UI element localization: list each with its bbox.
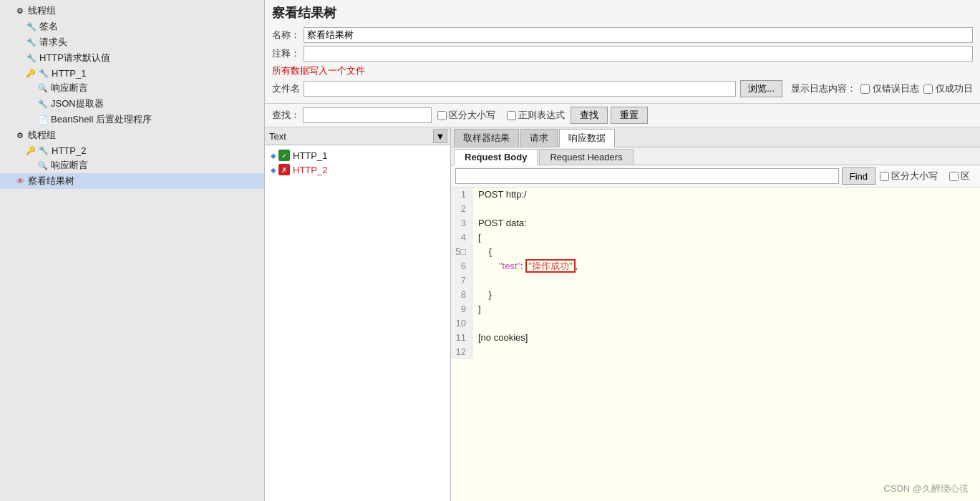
- magnify-icon: 🔍: [37, 82, 49, 94]
- code-line-1: 1 POST http:/: [451, 188, 980, 202]
- find-button[interactable]: 查找: [571, 107, 608, 124]
- error-log-checkbox[interactable]: [860, 84, 870, 94]
- regex-row: 正则表达式: [507, 109, 565, 122]
- find-extra-label: 区: [961, 170, 970, 183]
- wrench-icon: 🔧: [37, 98, 49, 110]
- line-content-9: ]: [472, 302, 481, 316]
- sidebar-item-view-results[interactable]: 👁 察看结果树: [0, 173, 264, 189]
- line-content-6: "test": "操作成功",: [472, 259, 578, 273]
- regex-checkbox[interactable]: [507, 111, 516, 120]
- case-sensitive-label: 区分大小写: [449, 109, 495, 122]
- line-num-8: 8: [451, 288, 472, 302]
- success-shield-icon: ✓: [278, 150, 290, 161]
- code-line-8: 8 }: [451, 288, 980, 302]
- error-log-checkbox-row: 仅错误日志: [860, 82, 919, 95]
- connector-icon: ◆: [271, 152, 276, 160]
- sidebar-item-assertion2[interactable]: 🔍 响应断言: [0, 157, 264, 173]
- find-input[interactable]: [455, 168, 839, 184]
- find-extra-checkbox[interactable]: [949, 172, 959, 181]
- tab-sampler-result[interactable]: 取样器结果: [454, 129, 519, 147]
- line-content-11: [no cookies]: [472, 331, 528, 345]
- search-bar: 查找： 区分大小写 正则表达式 查找 重置: [265, 104, 980, 127]
- code-line-11: 11 [no cookies]: [451, 331, 980, 345]
- magnify-icon: 🔍: [37, 160, 49, 171]
- section-title: 所有数据写入一个文件: [272, 64, 973, 77]
- case-sensitive-checkbox[interactable]: [437, 111, 447, 120]
- tab-response[interactable]: 响应数据: [559, 129, 615, 147]
- success-log-checkbox[interactable]: [923, 84, 933, 94]
- comment-input[interactable]: [304, 46, 973, 62]
- line-num-1: 1: [451, 188, 472, 202]
- watermark: CSDN @久醉绕心弦: [883, 482, 969, 495]
- line-num-5: 5□: [451, 245, 472, 259]
- split-pane: Text ▼ ◆ ✓ HTTP_1 ◆ ✗ HTTP_2 取样器结果 请求: [265, 127, 980, 501]
- find-button-detail[interactable]: Find: [842, 167, 875, 185]
- case-sensitive-row: 区分大小写: [437, 109, 495, 122]
- wrench-icon: 🔧: [38, 67, 49, 79]
- sidebar-item-request-header[interactable]: 🔧 请求头: [0, 34, 264, 50]
- line-num-7: 7: [451, 273, 472, 288]
- wrench-icon: 🔧: [26, 52, 37, 64]
- tree-header: Text ▼: [265, 127, 450, 145]
- sidebar-item-http-default[interactable]: 🔧 HTTP请求默认值: [0, 50, 264, 66]
- http1-result-item[interactable]: ◆ ✓ HTTP_1: [268, 148, 447, 162]
- top-area: 察看结果树 名称： 注释： 所有数据写入一个文件 文件名 浏览... 显示日志内…: [265, 0, 980, 104]
- line-content-3: POST data:: [472, 216, 527, 230]
- sub-tab-request-headers[interactable]: Request Headers: [539, 149, 633, 165]
- browse-button[interactable]: 浏览...: [740, 80, 782, 97]
- success-log-label: 仅成功日: [936, 82, 973, 95]
- sidebar-item-http2[interactable]: 🔑 🔧 HTTP_2: [0, 143, 264, 157]
- line-content-5: {: [472, 245, 492, 259]
- sub-tab-request-body[interactable]: Request Body: [454, 149, 538, 165]
- sidebar-item-signature[interactable]: 🔧 签名: [0, 19, 264, 34]
- sidebar-item-beanshell[interactable]: 📄 BeanShell 后置处理程序: [0, 112, 264, 127]
- connector-icon-2: ◆: [271, 166, 276, 174]
- sidebar: ⚙ 线程组 🔧 签名 🔧 请求头 🔧 HTTP请求默认值 🔑 🔧 HTTP_1 …: [0, 0, 265, 501]
- code-line-12: 12: [451, 345, 980, 359]
- name-label: 名称：: [272, 29, 301, 42]
- tree-content: ◆ ✓ HTTP_1 ◆ ✗ HTTP_2: [265, 145, 450, 501]
- line-num-11: 11: [451, 331, 472, 345]
- file-row: 文件名 浏览... 显示日志内容： 仅错误日志 仅成功日: [272, 80, 973, 97]
- line-num-12: 12: [451, 345, 472, 359]
- comment-row: 注释：: [272, 46, 973, 62]
- sidebar-item-thread-group-1[interactable]: ⚙ 线程组: [0, 3, 264, 19]
- regex-label: 正则表达式: [518, 109, 565, 122]
- line-content-8: }: [472, 288, 492, 302]
- find-case-label: 区分大小写: [891, 170, 938, 183]
- code-line-9: 9 ]: [451, 302, 980, 316]
- code-line-5: 5□ {: [451, 245, 980, 259]
- sidebar-item-assertion1[interactable]: 🔍 响应断言: [0, 80, 264, 96]
- name-input[interactable]: [304, 27, 973, 43]
- sidebar-item-thread-group-2[interactable]: ⚙ 线程组: [0, 127, 264, 143]
- search-label: 查找：: [272, 109, 300, 122]
- code-area: 1 POST http:/ 2 3 POST data: 4 [: [451, 188, 980, 501]
- error-log-label: 仅错误日志: [873, 82, 919, 95]
- find-case-checkbox[interactable]: [880, 172, 889, 181]
- sidebar-item-json-extractor[interactable]: 🔧 JSON提取器: [0, 96, 264, 112]
- code-line-10: 10: [451, 316, 980, 331]
- tab-request[interactable]: 请求: [520, 129, 558, 147]
- line-num-2: 2: [451, 202, 472, 216]
- sub-tab-bar: Request Body Request Headers: [451, 147, 980, 165]
- error-shield-icon: ✗: [278, 164, 290, 175]
- search-input[interactable]: [303, 107, 432, 123]
- gear-icon: ⚙: [14, 5, 26, 16]
- file-input[interactable]: [304, 81, 736, 97]
- http2-result-item[interactable]: ◆ ✗ HTTP_2: [268, 162, 447, 177]
- tree-header-label: Text: [268, 130, 433, 143]
- gear-icon: ⚙: [14, 130, 26, 141]
- code-highlight-value: "操作成功": [525, 259, 575, 273]
- tree-dropdown-button[interactable]: ▼: [433, 129, 447, 143]
- http1-result-label: HTTP_1: [293, 150, 327, 161]
- line-num-9: 9: [451, 302, 472, 316]
- key-icon: 🔑: [26, 146, 36, 155]
- find-case-sensitive-row: 区分大小写: [880, 170, 938, 183]
- sidebar-item-http1[interactable]: 🔑 🔧 HTTP_1: [0, 66, 264, 80]
- reset-button[interactable]: 重置: [611, 107, 648, 124]
- display-label: 显示日志内容：: [791, 82, 856, 95]
- success-log-checkbox-row: 仅成功日: [923, 82, 973, 95]
- line-num-6: 6: [451, 259, 472, 273]
- eye-icon: 👁: [14, 175, 26, 187]
- find-extra-row: 区: [949, 170, 970, 183]
